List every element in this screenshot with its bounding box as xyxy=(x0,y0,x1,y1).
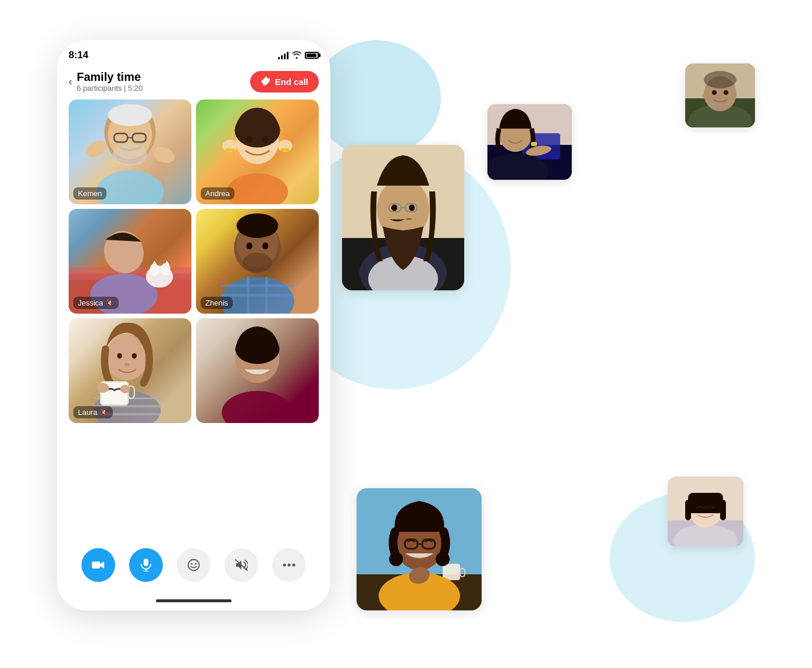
video-bg-man6 xyxy=(196,318,319,423)
svg-point-46 xyxy=(117,353,122,358)
battery-icon xyxy=(305,52,319,59)
svg-rect-116 xyxy=(685,500,691,520)
controls-bar xyxy=(69,539,319,599)
video-cell-kemen: Kemen xyxy=(69,100,191,204)
end-call-button[interactable]: ☎ End call xyxy=(250,71,319,93)
phone-frame: 8:14 xyxy=(57,40,330,610)
video-cell-man6 xyxy=(196,318,319,423)
person-man6-art xyxy=(196,318,319,423)
svg-point-62 xyxy=(222,391,293,423)
more-button[interactable] xyxy=(272,548,306,582)
float-panel-laughing xyxy=(357,488,482,610)
svg-rect-86 xyxy=(443,564,460,580)
svg-point-35 xyxy=(237,214,279,238)
svg-point-56 xyxy=(120,385,130,393)
status-icons xyxy=(278,51,319,61)
video-cell-laura: Laura 🔇 xyxy=(69,318,191,423)
svg-point-48 xyxy=(124,363,129,366)
svg-point-69 xyxy=(195,563,197,565)
video-cell-zhenis: Zhenis xyxy=(196,209,319,314)
float-panel-laptop xyxy=(487,104,572,180)
svg-rect-21 xyxy=(281,148,290,151)
svg-point-67 xyxy=(188,560,200,571)
svg-point-11 xyxy=(151,144,176,166)
label-laura: Laura 🔇 xyxy=(73,406,113,418)
svg-point-47 xyxy=(132,353,137,358)
label-jessica: Jessica 🔇 xyxy=(73,297,119,309)
svg-rect-101 xyxy=(531,142,537,146)
float-panel-bald xyxy=(685,63,755,127)
mic-button[interactable] xyxy=(129,548,163,582)
float-panel-asian xyxy=(668,477,743,546)
signal-icon xyxy=(278,51,289,59)
svg-point-107 xyxy=(704,71,736,88)
status-bar: 8:14 xyxy=(57,40,330,66)
svg-point-8 xyxy=(96,170,163,204)
video-button[interactable] xyxy=(81,548,115,582)
label-kemen: Kemen xyxy=(73,187,106,200)
status-time: 8:14 xyxy=(69,49,88,61)
floating-panels xyxy=(325,29,755,639)
svg-point-55 xyxy=(97,383,109,393)
svg-rect-20 xyxy=(226,148,234,151)
svg-point-61 xyxy=(262,353,269,360)
svg-point-15 xyxy=(247,136,253,144)
wifi-icon xyxy=(292,51,301,61)
home-indicator xyxy=(156,599,232,602)
svg-point-73 xyxy=(293,564,295,567)
call-header: ‹ Family time 6 participants | 5:20 ☎ En… xyxy=(69,66,319,100)
svg-point-71 xyxy=(283,564,286,567)
svg-point-60 xyxy=(247,353,253,360)
end-call-icon: ☎ xyxy=(259,74,272,88)
video-cell-andrea: Andrea xyxy=(196,100,319,204)
svg-rect-64 xyxy=(144,559,148,566)
video-cell-jessica: Jessica 🔇 xyxy=(69,209,191,314)
svg-point-80 xyxy=(409,205,415,211)
video-grid: Kemen xyxy=(69,100,319,530)
back-button[interactable]: ‹ xyxy=(69,76,72,88)
laura-mute-icon: 🔇 xyxy=(100,408,108,416)
scene: 8:14 xyxy=(57,29,755,639)
float-panel-bearded xyxy=(342,145,464,290)
jessica-mute-icon: 🔇 xyxy=(106,299,114,307)
svg-point-91 xyxy=(436,552,450,566)
call-subtitle: 6 participants | 5:20 xyxy=(77,84,143,93)
svg-marker-29 xyxy=(151,261,158,265)
end-call-label: End call xyxy=(275,77,308,87)
svg-point-72 xyxy=(288,564,291,567)
svg-point-68 xyxy=(191,563,193,565)
call-title: Family time xyxy=(77,70,143,84)
svg-rect-115 xyxy=(688,493,723,513)
svg-point-4 xyxy=(108,104,152,126)
svg-point-110 xyxy=(702,94,706,97)
svg-point-108 xyxy=(712,90,717,95)
svg-point-36 xyxy=(247,243,253,250)
svg-point-28 xyxy=(149,264,159,276)
svg-point-31 xyxy=(161,263,170,275)
svg-point-17 xyxy=(227,173,289,204)
svg-point-37 xyxy=(262,243,269,250)
svg-rect-63 xyxy=(92,562,100,568)
svg-point-90 xyxy=(389,552,403,566)
emoji-button[interactable] xyxy=(177,548,211,582)
svg-point-109 xyxy=(724,90,728,95)
svg-point-16 xyxy=(262,136,269,144)
svg-point-38 xyxy=(243,253,272,272)
svg-rect-117 xyxy=(720,500,726,520)
call-title-group: ‹ Family time 6 participants | 5:20 xyxy=(69,70,143,93)
call-info: Family time 6 participants | 5:20 xyxy=(77,70,143,93)
svg-point-9 xyxy=(113,144,147,166)
speaker-button[interactable] xyxy=(225,548,258,582)
svg-point-79 xyxy=(391,205,397,211)
label-andrea: Andrea xyxy=(201,187,234,200)
label-zhenis: Zhenis xyxy=(201,297,233,309)
